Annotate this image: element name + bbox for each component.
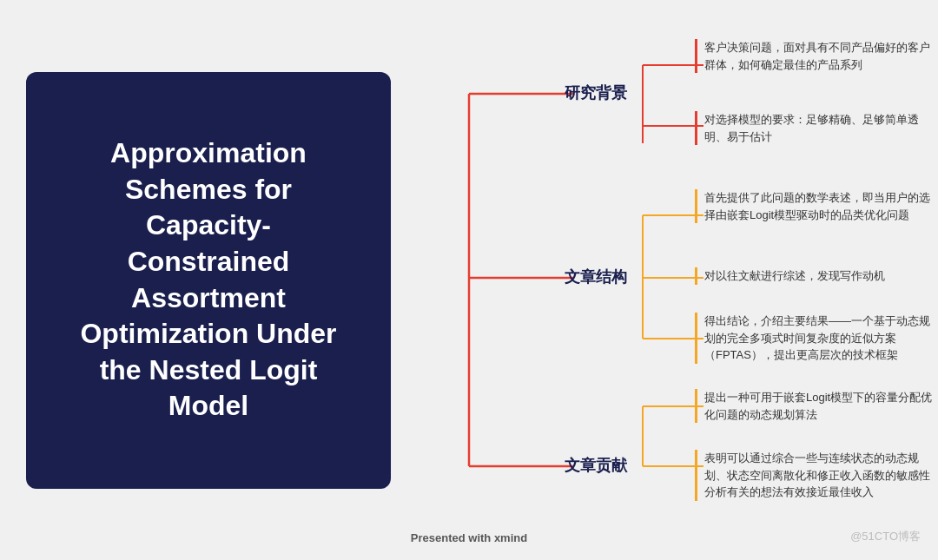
contribution-item-1: 提出一种可用于嵌套Logit模型下的容量分配优化问题的动态规划算法 — [695, 389, 938, 423]
structure-item-3: 得出结论，介绍主要结果——一个基于动态规划的完全多项式时间复杂度的近似方案（FP… — [695, 313, 938, 364]
structure-item-1: 首先提供了此问题的数学表述，即当用户的选择由嵌套Logit模型驱动时的品类优化问… — [695, 189, 938, 223]
title-box: Approximation Schemes for Capacity- Cons… — [26, 72, 391, 489]
research-item-1: 客户决策问题，面对具有不同产品偏好的客户群体，如何确定最佳的产品系列 — [695, 39, 938, 73]
footer: Presented with xmind — [411, 531, 527, 544]
footer-brand: xmind — [494, 531, 527, 544]
research-item-2: 对选择模型的要求：足够精确、足够简单透明、易于估计 — [695, 111, 938, 145]
title-text: Approximation Schemes for Capacity- Cons… — [80, 135, 336, 425]
main-container: Approximation Schemes for Capacity- Cons… — [0, 0, 938, 560]
branch-article-contribution: 文章贡献 — [565, 455, 627, 476]
footer-presented: Presented with — [411, 531, 494, 544]
branch-research-bg-label: 研究背景 — [565, 82, 627, 103]
watermark: @51CTO博客 — [850, 529, 921, 544]
contribution-item-2: 表明可以通过综合一些与连续状态的动态规划、状态空间离散化和修正收入函数的敏感性分… — [695, 450, 938, 501]
branch-article-contribution-label: 文章贡献 — [565, 455, 627, 476]
structure-item-2: 对以往文献进行综述，发现写作动机 — [695, 267, 885, 285]
branch-article-structure-label: 文章结构 — [565, 267, 627, 287]
branch-article-structure: 文章结构 — [565, 267, 627, 287]
branch-research-bg: 研究背景 — [565, 82, 627, 103]
mindmap-area: 研究背景 客户决策问题，面对具有不同产品偏好的客户群体，如何确定最佳的产品系列 … — [391, 0, 938, 560]
